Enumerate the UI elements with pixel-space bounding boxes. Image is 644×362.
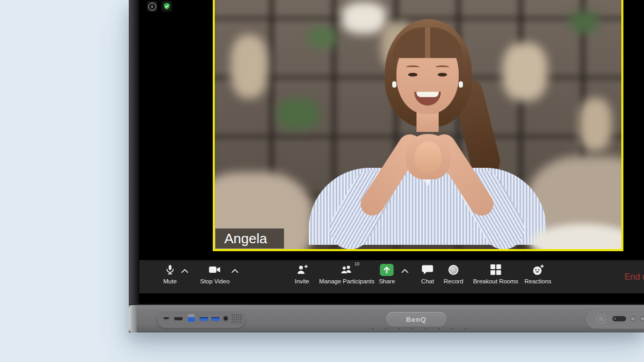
video-camera-icon [208, 263, 222, 276]
display-bottom-bezel: BenQ N [129, 304, 644, 332]
slider-control[interactable] [612, 316, 626, 321]
usb-a-port [211, 317, 220, 321]
participant-person [215, 0, 621, 249]
meeting-window: i [139, 0, 644, 304]
microphone-icon [164, 263, 176, 276]
security-shield-icon[interactable] [162, 1, 172, 12]
display-screen: i [129, 0, 644, 304]
bezel-button[interactable] [630, 316, 636, 321]
usb-b-port [188, 314, 195, 322]
end-meeting-button[interactable]: End meeting [624, 260, 644, 293]
port-panel [156, 310, 246, 329]
clasped-hands [406, 134, 450, 179]
record-button[interactable]: Record [443, 263, 463, 290]
chat-button[interactable]: Chat [421, 263, 434, 290]
usb-c-port [164, 317, 169, 319]
microphone-hole-dots [366, 328, 472, 330]
record-circle-icon [448, 265, 458, 275]
meeting-toolbar: Mute Stop Video [139, 260, 644, 293]
participant-video-feed: Angela [215, 0, 621, 249]
chat-bubble-icon [421, 263, 434, 276]
invite-button[interactable]: Invite [295, 263, 309, 290]
breakout-rooms-button[interactable]: Breakout Rooms [473, 263, 518, 290]
participant-name-tag: Angela [215, 228, 284, 249]
brand-logo-pill: BenQ [386, 312, 447, 327]
control-pod: N [586, 310, 644, 329]
benq-display: i [129, 0, 644, 332]
participants-icon: 10 [340, 263, 354, 276]
reactions-button[interactable]: Reactions [524, 263, 551, 290]
reactions-smiley-icon [532, 263, 544, 276]
usb-a-port [200, 317, 208, 321]
active-speaker-video-tile[interactable]: Angela [213, 0, 623, 251]
share-options-chevron[interactable] [401, 266, 409, 275]
earbud-icon [459, 81, 463, 88]
desktop-background: i [0, 0, 644, 362]
mute-button[interactable]: Mute [163, 263, 177, 290]
bezel-left-cap [129, 305, 137, 332]
hdmi-port [174, 317, 183, 320]
brand-logo: BenQ [406, 316, 427, 323]
share-screen-icon [380, 264, 394, 276]
video-options-chevron[interactable] [231, 266, 239, 275]
nfc-icon: N [596, 315, 605, 323]
screen-left-bezel [129, 0, 139, 304]
manage-participants-button[interactable]: 10 Manage Participants [319, 263, 375, 290]
meeting-status-icons: i [147, 1, 172, 12]
stop-video-button[interactable]: Stop Video [200, 263, 230, 290]
participant-count-badge: 10 [355, 261, 359, 266]
breakout-rooms-grid-icon [490, 264, 501, 275]
share-button[interactable]: Share [379, 263, 395, 290]
audio-jack-port [224, 317, 228, 320]
invite-person-icon [296, 263, 308, 276]
bezel-button[interactable] [640, 316, 644, 321]
earbud-icon [392, 81, 396, 88]
meeting-info-icon[interactable]: i [147, 1, 157, 12]
mute-options-chevron[interactable] [181, 266, 189, 275]
speaker-mesh [231, 314, 243, 323]
